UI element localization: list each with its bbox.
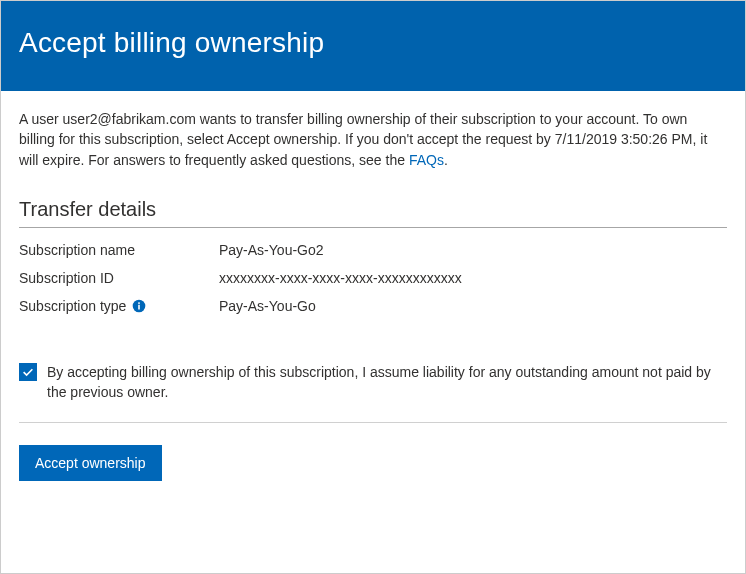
actions-bar: Accept ownership (19, 445, 727, 481)
intro-paragraph: A user user2@fabrikam.com wants to trans… (19, 109, 727, 170)
consent-text: By accepting billing ownership of this s… (47, 362, 727, 403)
page-content: A user user2@fabrikam.com wants to trans… (1, 91, 745, 481)
svg-rect-1 (139, 305, 141, 310)
label-subscription-name: Subscription name (19, 242, 219, 258)
page-title: Accept billing ownership (19, 27, 727, 59)
label-subscription-type: Subscription type (19, 298, 219, 314)
value-subscription-type: Pay-As-You-Go (219, 298, 316, 314)
consent-checkbox[interactable] (19, 363, 37, 381)
value-subscription-id: xxxxxxxx-xxxx-xxxx-xxxx-xxxxxxxxxxxx (219, 270, 462, 286)
info-icon[interactable] (132, 299, 146, 313)
row-subscription-type: Subscription type Pay-As-You-Go (19, 298, 727, 314)
consent-block: By accepting billing ownership of this s… (19, 362, 727, 424)
faqs-link[interactable]: FAQs (409, 152, 444, 168)
page-header: Accept billing ownership (1, 1, 745, 91)
intro-text-after: . (444, 152, 448, 168)
row-subscription-name: Subscription name Pay-As-You-Go2 (19, 242, 727, 258)
svg-rect-2 (139, 302, 141, 304)
label-subscription-type-text: Subscription type (19, 298, 126, 314)
value-subscription-name: Pay-As-You-Go2 (219, 242, 324, 258)
accept-ownership-button[interactable]: Accept ownership (19, 445, 162, 481)
intro-text-before: A user user2@fabrikam.com wants to trans… (19, 111, 707, 168)
transfer-details-heading: Transfer details (19, 198, 727, 228)
row-subscription-id: Subscription ID xxxxxxxx-xxxx-xxxx-xxxx-… (19, 270, 727, 286)
label-subscription-id: Subscription ID (19, 270, 219, 286)
